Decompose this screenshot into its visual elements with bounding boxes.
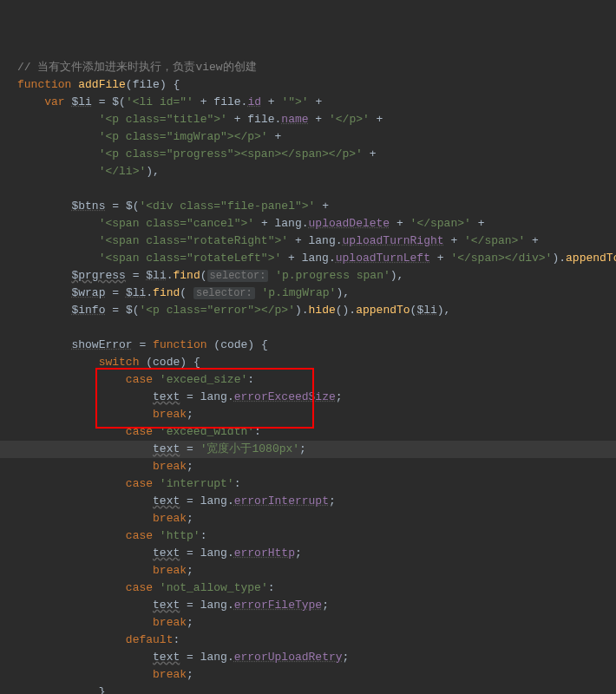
param-hint: selector: [193,287,255,299]
function-name: addFile [78,78,126,91]
current-line-highlight [0,441,616,458]
code-editor: // 当有文件添加进来时执行，负责view的创建 function addFil… [0,0,616,694]
code-comment: // 当有文件添加进来时执行，负责view的创建 [17,61,257,74]
var-showerror: showError [71,338,132,351]
jq: $ [112,95,119,108]
fn-param: file [133,78,160,91]
var-info: $info [71,304,105,317]
param-hint: selector: [207,270,269,282]
var-btns: $btns [71,200,105,213]
kw-var: var [44,95,64,108]
var-wrap: $wrap [71,286,105,299]
var-li: $li [71,95,91,108]
var-prgress: $prgress [71,269,125,282]
kw-function: function [17,78,71,91]
